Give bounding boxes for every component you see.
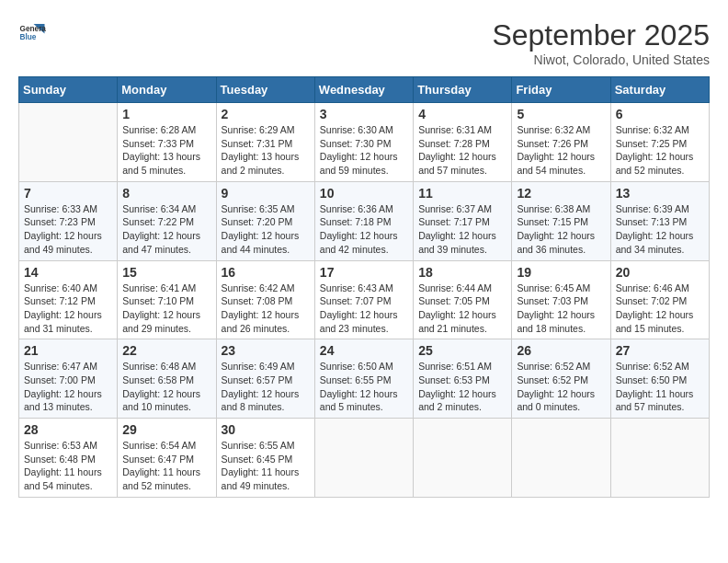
day-number: 24 [320, 343, 408, 358]
calendar-cell: 2Sunrise: 6:29 AMSunset: 7:31 PMDaylight… [216, 103, 314, 182]
day-number: 2 [222, 107, 310, 121]
cell-info: Sunrise: 6:32 AMSunset: 7:25 PMDaylight:… [616, 123, 704, 178]
day-number: 6 [616, 107, 704, 121]
cell-info: Sunrise: 6:51 AMSunset: 6:53 PMDaylight:… [418, 360, 506, 414]
cell-info: Sunrise: 6:31 AMSunset: 7:28 PMDaylight:… [418, 123, 506, 178]
calendar-cell: 16Sunrise: 6:42 AMSunset: 7:08 PMDayligh… [216, 260, 314, 339]
calendar-cell: 9Sunrise: 6:35 AMSunset: 7:20 PMDaylight… [216, 181, 314, 260]
calendar-cell: 18Sunrise: 6:44 AMSunset: 7:05 PMDayligh… [414, 260, 512, 339]
week-row-1: 1Sunrise: 6:28 AMSunset: 7:33 PMDaylight… [19, 103, 710, 182]
weekday-header-thursday: Thursday [414, 77, 512, 103]
cell-info: Sunrise: 6:43 AMSunset: 7:07 PMDaylight:… [320, 282, 408, 336]
cell-info: Sunrise: 6:48 AMSunset: 6:58 PMDaylight:… [122, 360, 210, 414]
calendar-cell: 26Sunrise: 6:52 AMSunset: 6:52 PMDayligh… [512, 339, 610, 419]
calendar-cell: 19Sunrise: 6:45 AMSunset: 7:03 PMDayligh… [512, 260, 610, 339]
cell-info: Sunrise: 6:54 AMSunset: 6:47 PMDaylight:… [122, 439, 210, 493]
day-number: 15 [122, 265, 210, 280]
calendar-cell [610, 419, 709, 498]
calendar-cell: 15Sunrise: 6:41 AMSunset: 7:10 PMDayligh… [118, 260, 216, 339]
cell-info: Sunrise: 6:50 AMSunset: 6:55 PMDaylight:… [320, 360, 408, 414]
day-number: 13 [616, 186, 704, 201]
cell-info: Sunrise: 6:52 AMSunset: 6:50 PMDaylight:… [616, 360, 704, 414]
calendar-cell: 27Sunrise: 6:52 AMSunset: 6:50 PMDayligh… [610, 339, 709, 419]
calendar-cell [414, 419, 512, 498]
cell-info: Sunrise: 6:42 AMSunset: 7:08 PMDaylight:… [222, 282, 310, 336]
day-number: 8 [122, 186, 210, 201]
calendar-cell [512, 419, 610, 498]
week-row-5: 28Sunrise: 6:53 AMSunset: 6:48 PMDayligh… [19, 419, 710, 498]
calendar-cell: 28Sunrise: 6:53 AMSunset: 6:48 PMDayligh… [19, 419, 118, 498]
day-number: 28 [24, 422, 112, 437]
week-row-3: 14Sunrise: 6:40 AMSunset: 7:12 PMDayligh… [19, 260, 710, 339]
cell-info: Sunrise: 6:33 AMSunset: 7:23 PMDaylight:… [24, 202, 112, 257]
cell-info: Sunrise: 6:29 AMSunset: 7:31 PMDaylight:… [222, 123, 310, 178]
day-number: 18 [418, 265, 506, 280]
day-number: 22 [122, 343, 210, 358]
cell-info: Sunrise: 6:40 AMSunset: 7:12 PMDaylight:… [24, 282, 112, 336]
cell-info: Sunrise: 6:41 AMSunset: 7:10 PMDaylight:… [122, 282, 210, 336]
weekday-header-sunday: Sunday [19, 77, 118, 103]
calendar-cell: 5Sunrise: 6:32 AMSunset: 7:26 PMDaylight… [512, 103, 610, 182]
calendar-table: SundayMondayTuesdayWednesdayThursdayFrid… [18, 76, 710, 498]
calendar-cell: 10Sunrise: 6:36 AMSunset: 7:18 PMDayligh… [314, 181, 413, 260]
calendar-cell: 7Sunrise: 6:33 AMSunset: 7:23 PMDaylight… [19, 181, 118, 260]
cell-info: Sunrise: 6:45 AMSunset: 7:03 PMDaylight:… [517, 282, 605, 336]
cell-info: Sunrise: 6:30 AMSunset: 7:30 PMDaylight:… [320, 123, 408, 178]
title-section: September 2025 Niwot, Colorado, United S… [492, 18, 710, 67]
day-number: 10 [320, 186, 408, 201]
cell-info: Sunrise: 6:44 AMSunset: 7:05 PMDaylight:… [418, 282, 506, 336]
calendar-cell: 22Sunrise: 6:48 AMSunset: 6:58 PMDayligh… [118, 339, 216, 419]
cell-info: Sunrise: 6:37 AMSunset: 7:17 PMDaylight:… [418, 202, 506, 257]
calendar-cell: 1Sunrise: 6:28 AMSunset: 7:33 PMDaylight… [118, 103, 216, 182]
month-title: September 2025 [492, 18, 710, 52]
day-number: 19 [517, 265, 605, 280]
weekday-header-wednesday: Wednesday [314, 77, 413, 103]
cell-info: Sunrise: 6:52 AMSunset: 6:52 PMDaylight:… [517, 360, 605, 414]
cell-info: Sunrise: 6:32 AMSunset: 7:26 PMDaylight:… [517, 123, 605, 178]
calendar-cell [19, 103, 118, 182]
cell-info: Sunrise: 6:49 AMSunset: 6:57 PMDaylight:… [222, 360, 310, 414]
calendar-cell: 6Sunrise: 6:32 AMSunset: 7:25 PMDaylight… [610, 103, 709, 182]
svg-text:Blue: Blue [20, 33, 37, 41]
cell-info: Sunrise: 6:35 AMSunset: 7:20 PMDaylight:… [222, 202, 310, 257]
day-number: 20 [616, 265, 704, 280]
calendar-cell: 20Sunrise: 6:46 AMSunset: 7:02 PMDayligh… [610, 260, 709, 339]
calendar-cell: 11Sunrise: 6:37 AMSunset: 7:17 PMDayligh… [414, 181, 512, 260]
day-number: 4 [418, 107, 506, 121]
calendar-cell: 24Sunrise: 6:50 AMSunset: 6:55 PMDayligh… [314, 339, 413, 419]
weekday-header-monday: Monday [118, 77, 216, 103]
week-row-2: 7Sunrise: 6:33 AMSunset: 7:23 PMDaylight… [19, 181, 710, 260]
calendar-cell: 8Sunrise: 6:34 AMSunset: 7:22 PMDaylight… [118, 181, 216, 260]
logo: General Blue [18, 18, 46, 46]
weekday-header-tuesday: Tuesday [216, 77, 314, 103]
weekday-header-friday: Friday [512, 77, 610, 103]
location-subtitle: Niwot, Colorado, United States [492, 52, 710, 67]
weekday-header-row: SundayMondayTuesdayWednesdayThursdayFrid… [19, 77, 710, 103]
day-number: 25 [418, 343, 506, 358]
calendar-cell: 25Sunrise: 6:51 AMSunset: 6:53 PMDayligh… [414, 339, 512, 419]
calendar-cell: 21Sunrise: 6:47 AMSunset: 7:00 PMDayligh… [19, 339, 118, 419]
day-number: 3 [320, 107, 408, 121]
day-number: 17 [320, 265, 408, 280]
week-row-4: 21Sunrise: 6:47 AMSunset: 7:00 PMDayligh… [19, 339, 710, 419]
cell-info: Sunrise: 6:53 AMSunset: 6:48 PMDaylight:… [24, 439, 112, 493]
day-number: 1 [122, 107, 210, 121]
day-number: 30 [222, 422, 310, 437]
page-header: General Blue September 2025 Niwot, Color… [18, 18, 710, 67]
day-number: 16 [222, 265, 310, 280]
day-number: 29 [122, 422, 210, 437]
logo-icon: General Blue [18, 18, 46, 46]
weekday-header-saturday: Saturday [610, 77, 709, 103]
cell-info: Sunrise: 6:46 AMSunset: 7:02 PMDaylight:… [616, 282, 704, 336]
day-number: 27 [616, 343, 704, 358]
day-number: 12 [517, 186, 605, 201]
cell-info: Sunrise: 6:39 AMSunset: 7:13 PMDaylight:… [616, 202, 704, 257]
cell-info: Sunrise: 6:38 AMSunset: 7:15 PMDaylight:… [517, 202, 605, 257]
calendar-cell: 30Sunrise: 6:55 AMSunset: 6:45 PMDayligh… [216, 419, 314, 498]
day-number: 9 [222, 186, 310, 201]
day-number: 26 [517, 343, 605, 358]
day-number: 11 [418, 186, 506, 201]
calendar-cell: 13Sunrise: 6:39 AMSunset: 7:13 PMDayligh… [610, 181, 709, 260]
cell-info: Sunrise: 6:28 AMSunset: 7:33 PMDaylight:… [122, 123, 210, 178]
cell-info: Sunrise: 6:55 AMSunset: 6:45 PMDaylight:… [222, 439, 310, 493]
